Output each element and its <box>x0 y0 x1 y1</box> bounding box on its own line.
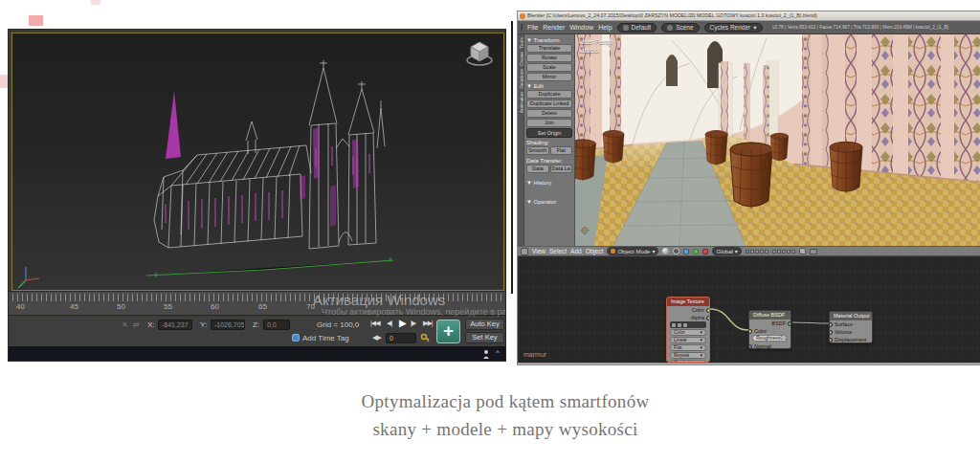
time-tag-icon[interactable] <box>292 334 300 342</box>
key-icon[interactable] <box>420 333 430 342</box>
layers-widget[interactable] <box>772 250 795 254</box>
shelf-section-transform[interactable]: ▼ Transform <box>526 37 572 43</box>
layers-widget[interactable] <box>746 250 768 254</box>
previous-frame-button[interactable]: ◀| <box>387 320 391 327</box>
pivot-point-icon[interactable] <box>673 248 679 254</box>
duplicate-linked-button[interactable]: Duplicate Linked <box>526 99 572 108</box>
material-output-node[interactable]: Material Output Surface Volume Displacem… <box>829 311 873 343</box>
go-to-end-button[interactable]: ▶▶| <box>423 320 433 327</box>
expand-icon[interactable]: ^ <box>496 348 500 357</box>
3dsmax-status-bar: ✕ ⇄ X: -841,237 Y: -1026,705 Z: 0,0 Grid… <box>9 317 506 346</box>
input-socket-label: Displacement <box>835 337 866 342</box>
node-editor[interactable]: Image Texture Color Alpha Color▾ Linear▾… <box>518 256 980 363</box>
extension-dropdown[interactable]: Repeat▾ <box>670 352 706 359</box>
editor-type-icon[interactable] <box>521 23 523 32</box>
windows-activation-watermark-sub: Чтобы активировать Windows, перейдите в … <box>322 307 506 317</box>
translate-manipulator-icon[interactable] <box>683 249 689 254</box>
play-button[interactable]: ▶ <box>399 318 406 328</box>
view-menu[interactable]: View <box>532 248 546 254</box>
scale-button[interactable]: Scale <box>526 63 572 72</box>
blender-3d-viewport[interactable]: User Persp kosciol <box>575 34 980 246</box>
menu-help[interactable]: Help <box>598 24 612 31</box>
add-time-tag-button[interactable]: Add Time Tag <box>302 334 349 342</box>
projection-dropdown[interactable]: Flat▾ <box>670 344 706 351</box>
viewport-overlay-text: User Persp kosciol <box>579 37 612 55</box>
selection-lock-icon[interactable]: ✕ <box>122 320 128 329</box>
current-frame-input[interactable]: 0 <box>386 333 416 343</box>
input-socket-label: Volume <box>835 329 852 335</box>
coord-z-label: Z: <box>253 320 259 329</box>
isolate-selection-icon[interactable] <box>481 349 491 360</box>
world-axis-gizmo-icon <box>18 267 39 288</box>
set-origin-dropdown[interactable]: Set Origin <box>526 128 572 138</box>
mirror-button[interactable]: Mirror <box>526 73 572 81</box>
timeline-ruler[interactable]: 40 45 50 55 60 65 70 Активация Windows Ч… <box>9 291 506 316</box>
timeline-label: 55 <box>164 302 172 311</box>
shelf-section-operator[interactable]: ▼ Operator <box>526 199 572 205</box>
transform-gizmo-icon[interactable]: ⇄ <box>133 320 140 329</box>
page-scan-line <box>511 21 513 294</box>
join-button[interactable]: Join <box>526 119 572 127</box>
image-datablock-selector[interactable] <box>670 321 706 328</box>
create-key-button[interactable]: + <box>436 320 460 343</box>
coord-y-input[interactable]: -1026,705 <box>211 320 245 330</box>
collapse-arrow-icon: ▼ <box>526 37 534 43</box>
bsdf-output-socket[interactable] <box>788 321 791 326</box>
alpha-output-socket[interactable] <box>706 316 710 320</box>
screen-layout-name: Default <box>632 24 652 31</box>
image-texture-node[interactable]: Image Texture Color Alpha Color▾ Linear▾… <box>666 297 710 363</box>
coord-x-input[interactable]: -841,237 <box>158 320 192 330</box>
render-camera-icon[interactable] <box>810 249 817 254</box>
diffuse-bsdf-node[interactable]: Diffuse BSDF BSDF Color Roughness0.000 N… <box>748 310 791 349</box>
add-menu[interactable]: Add <box>570 248 582 254</box>
menu-window[interactable]: Window <box>569 24 593 31</box>
editor-type-icon[interactable] <box>521 248 528 255</box>
set-key-button[interactable]: Set Key <box>465 332 504 343</box>
screen-layout-selector[interactable]: Default <box>617 23 657 33</box>
rotate-button[interactable]: Rotate <box>526 54 572 62</box>
transform-orientation-selector[interactable]: Global ▾ <box>712 247 741 255</box>
shade-flat-button[interactable]: Flat <box>550 146 573 155</box>
duplicate-button[interactable]: Duplicate <box>526 90 572 99</box>
shelf-section-edit[interactable]: ▼ Edit <box>526 83 572 89</box>
blender-title-bar: Blender [C:\Users\Lenovo_2_24.07.2015\De… <box>518 11 980 21</box>
3dsmax-viewport[interactable] <box>11 33 504 291</box>
snap-magnet-icon[interactable] <box>799 248 806 254</box>
render-engine-selector[interactable]: Cycles Render ▾ <box>704 23 763 33</box>
shelf-section-history[interactable]: ▼ History <box>526 180 572 186</box>
normal-input-socket[interactable] <box>748 344 752 349</box>
scale-manipulator-icon[interactable] <box>702 249 708 254</box>
frame-spinner-arrows[interactable]: ◀▶ <box>372 334 381 342</box>
tool-shelf-tabs[interactable]: Tools Create Relations Animation <box>518 34 524 246</box>
menu-file[interactable]: File <box>527 24 538 31</box>
surface-input-socket[interactable] <box>829 322 833 327</box>
viewport-shading-icon[interactable] <box>662 248 669 254</box>
go-to-start-button[interactable]: |◀◀ <box>370 320 380 327</box>
select-menu[interactable]: Select <box>549 248 567 254</box>
translate-button[interactable]: Translate <box>526 44 572 53</box>
interpolation-dropdown[interactable]: Linear▾ <box>670 337 706 343</box>
color-space-dropdown[interactable]: Color▾ <box>670 329 706 336</box>
scene-statistics: v2.78 | Verts:953,412 | Faces:714,967 | … <box>772 25 948 30</box>
delete-button[interactable]: Delete <box>526 109 572 118</box>
coord-z-input[interactable]: 0,0 <box>263 320 290 330</box>
next-frame-button[interactable]: |▶ <box>411 320 415 327</box>
data-layout-button[interactable]: Data La <box>550 165 573 173</box>
color-input-socket[interactable] <box>748 329 752 334</box>
displacement-input-socket[interactable] <box>829 338 833 342</box>
scene-selector[interactable]: Scene <box>661 23 699 33</box>
object-menu[interactable]: Object <box>586 248 604 254</box>
color-output-socket[interactable] <box>706 308 710 313</box>
volume-input-socket[interactable] <box>829 330 833 335</box>
node-title: Material Output <box>834 313 870 319</box>
roughness-slider[interactable]: Roughness0.000 <box>752 335 788 342</box>
shade-smooth-button[interactable]: Smooth <box>526 146 549 155</box>
menu-render[interactable]: Render <box>543 24 565 31</box>
data-button[interactable]: Data <box>526 165 549 173</box>
auto-key-button[interactable]: Auto Key <box>465 319 504 330</box>
mode-selector[interactable]: Object Mode ▾ <box>607 247 658 255</box>
3dsmax-prompt-bar: ^ <box>9 346 506 362</box>
blender-info-header: File Render Window Help Default Scene Cy… <box>518 21 980 34</box>
rotate-manipulator-icon[interactable] <box>693 249 699 254</box>
viewcube-icon[interactable] <box>463 39 496 68</box>
